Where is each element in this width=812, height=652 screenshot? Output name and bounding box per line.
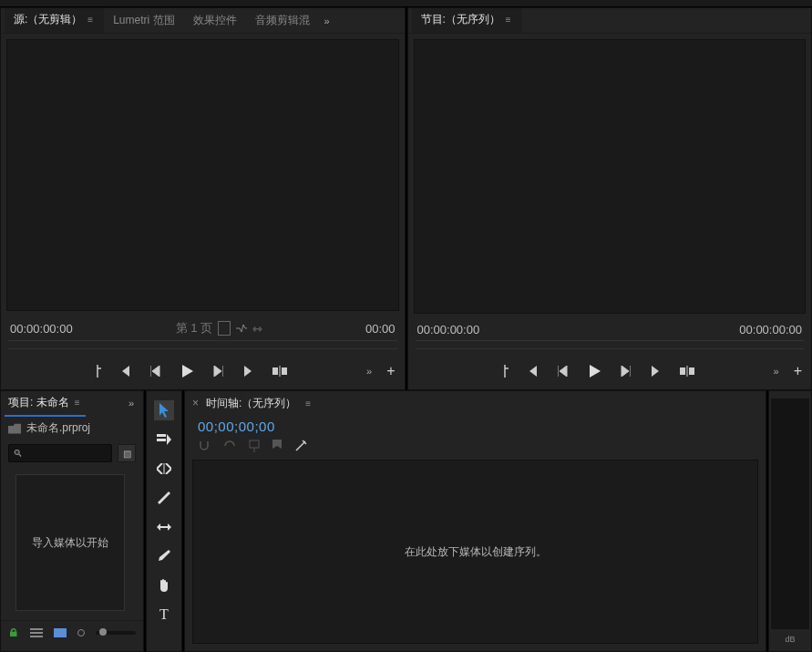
icon-view-icon[interactable] — [54, 628, 67, 637]
list-view-icon[interactable] — [30, 628, 43, 637]
tab-project-menu-icon[interactable]: ≡ — [73, 398, 82, 408]
slider-knob-icon — [99, 628, 107, 636]
play-icon[interactable] — [587, 364, 601, 378]
program-info-row: 00:00:00:00 00:00:00:00 — [408, 319, 812, 340]
tab-effects-label: 效果控件 — [193, 13, 237, 28]
lift-icon[interactable] — [680, 364, 694, 378]
project-file-name: 未命名.prproj — [26, 420, 90, 436]
folder-icon — [8, 423, 21, 434]
tab-program[interactable]: 节目:（无序列） ≡ — [412, 8, 522, 34]
marker-icon[interactable] — [272, 440, 282, 452]
lower-row: 项目: 未命名 ≡ » 未命名.prproj 🔍︎ ▧ 导入媒体以开始 — [0, 390, 812, 652]
source-info-row: 00:00:00:00 第 1 页 ⇿ 00:00 — [1, 316, 405, 340]
step-forward-icon[interactable] — [211, 364, 225, 378]
source-tabbar: 源:（无剪辑） ≡ Lumetri 范围 效果控件 音频剪辑混 » — [1, 8, 405, 34]
timeline-title[interactable]: 时间轴:（无序列） — [206, 396, 296, 411]
freeform-view-icon[interactable] — [77, 629, 85, 636]
program-tabbar: 节目:（无序列） ≡ — [408, 8, 812, 34]
svg-rect-0 — [272, 367, 278, 375]
go-to-out-icon[interactable] — [649, 364, 663, 378]
insert-icon[interactable] — [272, 364, 287, 378]
program-transport-overflow-icon[interactable]: » — [768, 366, 785, 377]
timeline-close-icon[interactable]: × — [192, 397, 199, 409]
source-scrubber[interactable] — [8, 340, 397, 349]
tab-audio-clip-label: 音频剪辑混 — [255, 13, 310, 28]
go-to-in-icon[interactable] — [118, 364, 132, 378]
svg-rect-5 — [157, 439, 166, 441]
timeline-placeholder: 在此处放下媒体以创建序列。 — [405, 544, 547, 560]
mark-in-icon[interactable] — [90, 364, 105, 378]
slip-tool[interactable] — [154, 517, 174, 537]
project-search-filter-button[interactable]: ▧ — [118, 444, 136, 462]
tab-program-label: 节目:（无序列） — [421, 12, 500, 27]
program-transport: » + — [408, 353, 812, 389]
timeline-tabbar: × 时间轴:（无序列） ≡ — [185, 391, 766, 415]
step-forward-icon[interactable] — [618, 364, 632, 378]
source-tabs-overflow-icon[interactable]: » — [319, 16, 335, 26]
audio-meter-track[interactable] — [771, 398, 809, 629]
pen-tool[interactable] — [154, 546, 174, 566]
source-transport: » + — [1, 353, 405, 389]
type-tool[interactable]: T — [154, 605, 174, 625]
program-add-button-icon[interactable]: + — [794, 363, 802, 379]
source-monitor[interactable] — [6, 39, 399, 311]
program-scrubber[interactable] — [416, 340, 805, 349]
program-monitor[interactable] — [414, 39, 807, 314]
tab-program-menu-icon[interactable]: ≡ — [504, 15, 513, 25]
monitor-row: 源:（无剪辑） ≡ Lumetri 范围 效果控件 音频剪辑混 » 00:00:… — [0, 7, 812, 390]
tab-project-label: 项目: 未命名 — [8, 395, 69, 410]
tab-source-menu-icon[interactable]: ≡ — [86, 15, 95, 25]
mark-in-icon[interactable] — [498, 364, 512, 378]
selection-tool[interactable] — [154, 400, 174, 420]
step-back-icon[interactable] — [149, 364, 163, 378]
project-tabs-overflow-icon[interactable]: » — [123, 398, 139, 409]
tab-effects[interactable]: 效果控件 — [184, 8, 246, 34]
audio-meter-wrap: 0 -6 -12 -18 -24 -30 -36 -42 -48 -54 — [771, 398, 809, 633]
timeline-menu-icon[interactable]: ≡ — [303, 398, 313, 409]
razor-tool[interactable] — [154, 488, 174, 508]
step-back-icon[interactable] — [556, 364, 570, 378]
timeline-timecode[interactable]: 00;00;00;00 — [198, 419, 753, 434]
source-tc-right[interactable]: 00:00 — [365, 322, 396, 336]
tab-source[interactable]: 源:（无剪辑） ≡ — [5, 8, 104, 34]
timeline-panel: × 时间轴:（无序列） ≡ 00;00;00;00 — [184, 390, 766, 652]
ripple-edit-tool[interactable] — [154, 459, 174, 479]
hand-tool[interactable] — [154, 575, 174, 595]
go-to-in-icon[interactable] — [525, 364, 540, 378]
top-bar — [0, 0, 812, 7]
svg-rect-6 — [250, 440, 259, 448]
project-import-dropzone[interactable]: 导入媒体以开始 — [15, 474, 125, 611]
project-footer: 🔒︎ — [1, 620, 143, 644]
source-add-button-icon[interactable]: + — [386, 363, 395, 379]
timeline-dropzone[interactable]: 在此处放下媒体以创建序列。 — [192, 460, 758, 644]
filter-icon: ▧ — [123, 449, 131, 459]
svg-rect-3 — [689, 367, 694, 375]
snap-icon[interactable] — [198, 440, 211, 452]
project-search-box[interactable]: 🔍︎ — [8, 444, 112, 462]
program-tc-right[interactable]: 00:00:00:00 — [739, 323, 802, 336]
step-icon[interactable] — [236, 324, 247, 333]
source-page-label[interactable]: 第 1 页 — [176, 320, 212, 336]
play-icon[interactable] — [180, 364, 194, 378]
lock-icon[interactable]: 🔒︎ — [8, 626, 19, 639]
tool-strip: T — [146, 390, 182, 652]
search-icon: 🔍︎ — [13, 448, 23, 459]
linked-selection-icon[interactable] — [223, 440, 236, 452]
project-search-input[interactable] — [23, 448, 108, 459]
program-tc-left[interactable]: 00:00:00:00 — [417, 323, 480, 336]
source-transport-overflow-icon[interactable]: » — [361, 366, 377, 377]
app-root: 源:（无剪辑） ≡ Lumetri 范围 效果控件 音频剪辑混 » 00:00:… — [0, 0, 812, 652]
go-to-out-icon[interactable] — [242, 364, 256, 378]
fit-icon[interactable]: ⇿ — [252, 322, 262, 336]
page-icon[interactable] — [218, 321, 231, 336]
project-zoom-slider[interactable] — [96, 631, 136, 635]
track-select-tool[interactable] — [154, 429, 174, 450]
source-tc-left[interactable]: 00:00:00:00 — [10, 322, 73, 336]
tab-project[interactable]: 项目: 未命名 ≡ — [5, 390, 86, 417]
tab-lumetri[interactable]: Lumetri 范围 — [104, 8, 183, 34]
add-marker-icon[interactable] — [249, 440, 260, 452]
tab-source-label: 源:（无剪辑） — [14, 12, 82, 27]
settings-icon[interactable] — [294, 440, 307, 452]
project-file-row[interactable]: 未命名.prproj — [1, 415, 143, 441]
tab-audio-clip[interactable]: 音频剪辑混 — [246, 8, 319, 34]
